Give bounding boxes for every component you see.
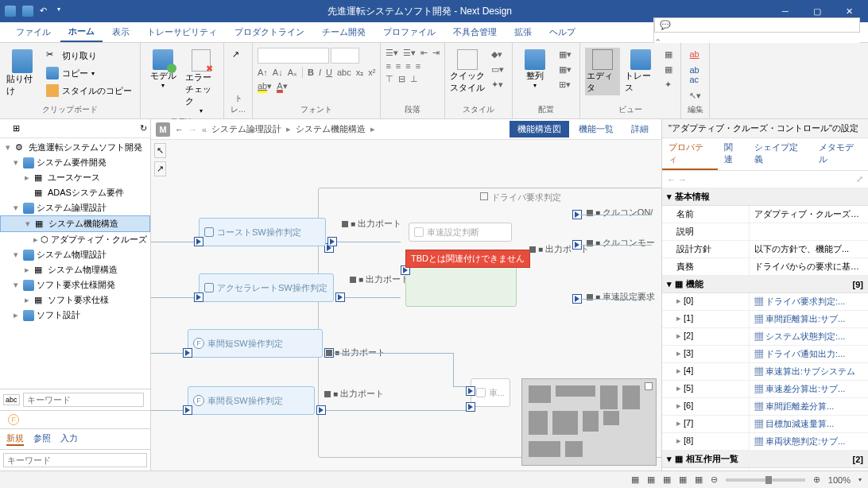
grow-font-button[interactable]: A↑ <box>258 68 268 77</box>
block-short[interactable]: F車間短SW操作判定 <box>188 329 323 358</box>
tree-n1a[interactable]: ▸▦ユースケース <box>0 170 150 185</box>
prow-f5[interactable]: ▸ [5]▦ 車速差分算出:サブ... <box>662 381 868 398</box>
align-justify-button[interactable]: ≡ <box>416 61 420 71</box>
tab-trace[interactable]: トレーサビリティ <box>139 23 225 41</box>
tab-help[interactable]: ヘルプ <box>541 23 583 41</box>
viewtab-detail[interactable]: 詳細 <box>623 121 657 137</box>
shapeoutline-button[interactable]: ▭▾ <box>488 63 507 76</box>
save-icon[interactable] <box>22 6 33 17</box>
block-long[interactable]: F車間長SW操作判定 <box>188 386 315 415</box>
copy-button[interactable]: コピー▾ <box>43 65 135 81</box>
block-right-in[interactable] <box>466 386 475 396</box>
align-button[interactable]: 整列▾ <box>517 48 552 91</box>
view-btn2[interactable]: ▦ <box>661 63 676 76</box>
tree-n4[interactable]: ▾ソフト要求仕様開発 <box>0 277 150 292</box>
block-accel-out[interactable] <box>335 292 345 302</box>
new-icon[interactable] <box>5 6 16 17</box>
numbering-button[interactable]: ☰▾ <box>403 48 416 58</box>
editor-view-button[interactable]: エディタ <box>585 48 620 95</box>
block-long-out[interactable] <box>316 405 326 415</box>
nav-fwd-button[interactable]: → <box>188 125 197 134</box>
nav-bottom-f-icon[interactable]: F <box>8 414 19 425</box>
underline-button[interactable]: U <box>326 68 332 77</box>
block-coast-in[interactable] <box>194 237 203 246</box>
cut-button[interactable]: ✂切り取り <box>43 48 135 64</box>
font-size-combo[interactable] <box>331 48 359 64</box>
bring-front-button[interactable]: ▦▾ <box>556 48 575 61</box>
tab-in[interactable]: 入力 <box>60 432 78 446</box>
zoom-slider[interactable] <box>726 478 805 482</box>
tree-n1[interactable]: ▾システム要件開発 <box>0 155 150 170</box>
ptab-shape[interactable]: シェイプ定義 <box>748 138 812 170</box>
tree-n4a[interactable]: ▸▦ソフト要求仕様 <box>0 292 150 308</box>
trace-arrow-button[interactable]: ↗ <box>229 48 242 61</box>
prow-resp[interactable]: 責務ドライバからの要求に基づ... <box>662 258 868 276</box>
block-short-in[interactable] <box>183 348 192 358</box>
tab-ext[interactable]: 拡張 <box>506 23 540 41</box>
subscript-button[interactable]: x₂ <box>356 68 364 78</box>
minimap-close[interactable] <box>645 382 653 390</box>
tool-pointer[interactable]: ↖ <box>154 143 166 158</box>
replace-button[interactable]: abac <box>686 64 702 86</box>
status-icon2[interactable]: ▦ <box>647 474 655 485</box>
diagram-canvas[interactable]: ↖ ↗ ドライバ要求判定 コーストSW操作判定 ■ 出力ポート アクセラレートS… <box>151 140 661 471</box>
strike-button[interactable]: abc <box>337 68 351 77</box>
tab-team[interactable]: チーム開発 <box>314 23 374 41</box>
port-out2[interactable]: ■ 出力ポート <box>350 273 409 285</box>
tree-n1b[interactable]: ▦ADASシステム要件 <box>0 185 150 200</box>
tab-file[interactable]: ファイル <box>8 23 59 41</box>
align-right-button[interactable]: ≡ <box>405 61 410 71</box>
tree-n3a[interactable]: ▸▦システム物理構造 <box>0 262 150 277</box>
block-coast-out[interactable] <box>327 237 337 246</box>
find-button[interactable]: ab <box>686 48 702 60</box>
block-coast[interactable]: コーストSW操作判定 <box>199 218 326 246</box>
superscript-button[interactable]: x² <box>368 68 375 77</box>
ptab-property[interactable]: プロパティ <box>662 138 718 170</box>
prow-f1[interactable]: ▸ [1]▦ 車間距離算出:サブ... <box>662 311 868 328</box>
block-long-in[interactable] <box>183 405 192 415</box>
prow-f0[interactable]: ▸ [0]▦ ドライバ要求判定:... <box>662 293 868 311</box>
indent-inc-button[interactable]: ⇥ <box>432 48 440 58</box>
font-family-combo[interactable] <box>258 48 329 64</box>
qat-dropdown-icon[interactable]: ▾ <box>57 6 68 17</box>
tree-n5[interactable]: ▸ソフト設計 <box>0 308 150 323</box>
prow-f8[interactable]: ▸ [8]▦ 車両状態判定:サブ... <box>662 433 868 451</box>
highlight-button[interactable]: ab▾ <box>258 81 272 91</box>
undo-icon[interactable]: ↶ <box>40 6 51 17</box>
prow-desc[interactable]: 説明 <box>662 223 868 241</box>
block-right-in2[interactable] <box>466 402 475 412</box>
tree-root[interactable]: ▾⚙先進運転システムソフト開発 <box>0 140 150 155</box>
crumb-a[interactable]: システム論理設計 <box>211 123 281 135</box>
prow-f6[interactable]: ▸ [6]▦ 車間距離差分算... <box>662 398 868 416</box>
quickstyle-button[interactable]: クイック スタイル <box>450 48 485 95</box>
prow-name[interactable]: 名前アダプティブ・クルーズ・コン... <box>662 206 868 223</box>
ptab-relation[interactable]: 関連 <box>718 138 748 170</box>
nav-back-button[interactable]: ← <box>175 125 184 134</box>
tool-link[interactable]: ↗ <box>154 161 166 176</box>
prow-f7[interactable]: ▸ [7]▦ 目標加減速量算... <box>662 416 868 433</box>
minimap[interactable] <box>521 378 657 466</box>
stylecopy-button[interactable]: スタイルのコピー <box>43 83 135 99</box>
pcat-interact[interactable]: ▾▦相互作用一覧[2] <box>662 451 868 468</box>
paste-button[interactable]: 貼り付け <box>5 48 40 99</box>
errorcheck-button[interactable]: ✖エラーチェック▾ <box>184 48 219 116</box>
props-fwd[interactable]: → <box>678 175 687 184</box>
zoom-out-button[interactable]: ⊖ <box>711 474 718 485</box>
crumb-b[interactable]: システム機能構造 <box>296 123 366 135</box>
valign-bot-button[interactable]: ⊥ <box>410 74 418 84</box>
model-button[interactable]: モデル▾ <box>145 48 180 91</box>
zoom-in-button[interactable]: ⊕ <box>813 474 820 485</box>
status-icon4[interactable]: ▦ <box>679 474 687 485</box>
tree-n3[interactable]: ▾システム物理設計 <box>0 247 150 262</box>
tree-n2a[interactable]: ▾▦システム機能構造 <box>0 215 150 232</box>
pcat-basic[interactable]: ▾基本情報 <box>662 188 868 206</box>
group-button[interactable]: ⊞▾ <box>556 78 575 91</box>
tab-view[interactable]: 表示 <box>104 23 138 41</box>
port-remote1[interactable]: ■ クルコンON/ <box>587 207 653 219</box>
view-btn3[interactable]: ✦ <box>661 78 676 91</box>
clear-format-button[interactable]: Aₓ <box>288 68 297 78</box>
tree-n2[interactable]: ▾システム論理設計 <box>0 200 150 215</box>
valign-top-button[interactable]: ⊤ <box>386 74 393 84</box>
trace-view-button[interactable]: トレース <box>623 48 658 95</box>
align-left-button[interactable]: ≡ <box>386 61 390 71</box>
